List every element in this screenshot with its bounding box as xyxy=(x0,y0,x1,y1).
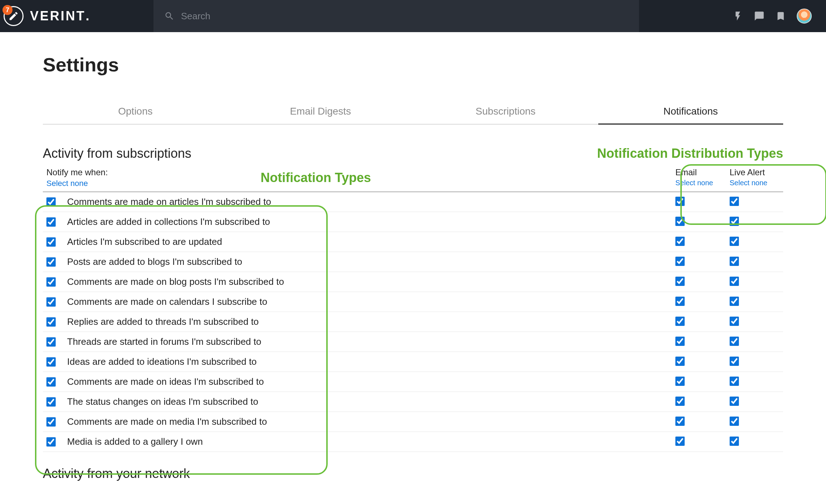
row-enable-checkbox[interactable] xyxy=(46,197,56,207)
section-title: Activity from subscriptions xyxy=(43,146,191,161)
section-title-network: Activity from your network xyxy=(43,466,783,481)
table-row: Posts are added to blogs I'm subscribed … xyxy=(43,252,783,272)
chat-icon[interactable] xyxy=(754,11,765,21)
row-email-checkbox[interactable] xyxy=(675,257,685,266)
row-enable-checkbox[interactable] xyxy=(46,317,56,327)
row-label: Posts are added to blogs I'm subscribed … xyxy=(67,256,675,267)
column-email: Email Select none xyxy=(675,167,725,188)
row-livealert-checkbox[interactable] xyxy=(730,357,739,366)
row-email-checkbox[interactable] xyxy=(675,297,685,306)
table-row: Comments are made on ideas I'm subscribe… xyxy=(43,372,783,392)
column-live-alert-header: Live Alert xyxy=(730,167,780,177)
search-icon xyxy=(164,11,175,21)
row-email-checkbox[interactable] xyxy=(675,337,685,346)
notification-rows: Comments are made on articles I'm subscr… xyxy=(43,192,783,452)
select-none-main[interactable]: Select none xyxy=(43,179,88,188)
row-livealert-checkbox[interactable] xyxy=(730,237,739,246)
row-email-checkbox[interactable] xyxy=(675,357,685,366)
table-row: Media is added to a gallery I own xyxy=(43,432,783,452)
row-livealert-checkbox[interactable] xyxy=(730,377,739,386)
lightning-icon[interactable] xyxy=(732,11,743,21)
table-row: Replies are added to threads I'm subscri… xyxy=(43,312,783,332)
annotation-distribution-types: Notification Distribution Types xyxy=(597,146,783,161)
row-livealert-checkbox[interactable] xyxy=(730,397,739,406)
annotation-notification-types: Notification Types xyxy=(261,170,371,185)
row-label: Comments are made on calendars I subscri… xyxy=(67,296,675,307)
bookmark-icon[interactable] xyxy=(775,11,786,21)
app-header: 7 VERINT. xyxy=(0,0,826,32)
table-row: The status changes on ideas I'm subscrib… xyxy=(43,392,783,412)
table-row: Articles I'm subscribed to are updated xyxy=(43,232,783,252)
row-email-checkbox[interactable] xyxy=(675,397,685,406)
avatar[interactable] xyxy=(797,9,812,24)
logo-area: 7 VERINT. xyxy=(4,6,153,26)
search-input[interactable] xyxy=(181,11,628,22)
row-livealert-checkbox[interactable] xyxy=(730,417,739,426)
tab-notifications[interactable]: Notifications xyxy=(598,101,784,125)
table-row: Comments are made on blog posts I'm subs… xyxy=(43,272,783,292)
row-enable-checkbox[interactable] xyxy=(46,277,56,287)
table-row: Ideas are added to ideations I'm subscri… xyxy=(43,352,783,372)
row-livealert-checkbox[interactable] xyxy=(730,217,739,226)
table-row: Comments are made on media I'm subscribe… xyxy=(43,412,783,432)
column-email-header: Email xyxy=(675,167,725,177)
row-email-checkbox[interactable] xyxy=(675,277,685,286)
row-label: Comments are made on articles I'm subscr… xyxy=(67,196,675,207)
row-enable-checkbox[interactable] xyxy=(46,297,56,307)
table-row: Articles are added in collections I'm su… xyxy=(43,212,783,232)
row-label: Comments are made on ideas I'm subscribe… xyxy=(67,376,675,387)
row-enable-checkbox[interactable] xyxy=(46,257,56,267)
row-enable-checkbox[interactable] xyxy=(46,237,56,247)
row-enable-checkbox[interactable] xyxy=(46,337,56,347)
row-label: Ideas are added to ideations I'm subscri… xyxy=(67,356,675,367)
tab-options[interactable]: Options xyxy=(43,101,228,124)
row-livealert-checkbox[interactable] xyxy=(730,337,739,346)
tab-email-digests[interactable]: Email Digests xyxy=(228,101,413,124)
row-livealert-checkbox[interactable] xyxy=(730,257,739,266)
header-actions xyxy=(732,9,819,24)
row-email-checkbox[interactable] xyxy=(675,317,685,326)
search-bar[interactable] xyxy=(153,0,639,32)
table-row: Comments are made on articles I'm subscr… xyxy=(43,192,783,212)
row-enable-checkbox[interactable] xyxy=(46,397,56,407)
row-label: Articles are added in collections I'm su… xyxy=(67,216,675,227)
row-livealert-checkbox[interactable] xyxy=(730,317,739,326)
row-label: Replies are added to threads I'm subscri… xyxy=(67,316,675,327)
row-label: Comments are made on media I'm subscribe… xyxy=(67,416,675,427)
table-row: Comments are made on calendars I subscri… xyxy=(43,292,783,312)
row-label: The status changes on ideas I'm subscrib… xyxy=(67,396,675,407)
row-livealert-checkbox[interactable] xyxy=(730,437,739,446)
page-title: Settings xyxy=(43,54,783,76)
row-enable-checkbox[interactable] xyxy=(46,217,56,227)
row-enable-checkbox[interactable] xyxy=(46,437,56,447)
row-label: Media is added to a gallery I own xyxy=(67,436,675,447)
row-email-checkbox[interactable] xyxy=(675,217,685,226)
page-content: Settings Options Email Digests Subscript… xyxy=(0,32,826,503)
column-live-alert: Live Alert Select none xyxy=(730,167,780,188)
row-enable-checkbox[interactable] xyxy=(46,377,56,387)
select-none-live-alert[interactable]: Select none xyxy=(730,179,780,187)
row-enable-checkbox[interactable] xyxy=(46,417,56,427)
table-row: Threads are started in forums I'm subscr… xyxy=(43,332,783,352)
select-none-email[interactable]: Select none xyxy=(675,179,725,187)
tab-subscriptions[interactable]: Subscriptions xyxy=(413,101,598,124)
settings-tabs: Options Email Digests Subscriptions Noti… xyxy=(43,101,783,125)
row-label: Threads are started in forums I'm subscr… xyxy=(67,336,675,347)
row-email-checkbox[interactable] xyxy=(675,377,685,386)
row-email-checkbox[interactable] xyxy=(675,197,685,206)
row-email-checkbox[interactable] xyxy=(675,437,685,446)
notify-me-label: Notify me when: xyxy=(43,167,193,177)
row-email-checkbox[interactable] xyxy=(675,237,685,246)
row-enable-checkbox[interactable] xyxy=(46,357,56,367)
row-livealert-checkbox[interactable] xyxy=(730,197,739,206)
compose-button[interactable]: 7 xyxy=(4,6,24,26)
row-label: Comments are made on blog posts I'm subs… xyxy=(67,276,675,287)
row-livealert-checkbox[interactable] xyxy=(730,297,739,306)
brand-logo[interactable]: VERINT. xyxy=(30,9,91,24)
row-email-checkbox[interactable] xyxy=(675,417,685,426)
row-label: Articles I'm subscribed to are updated xyxy=(67,236,675,247)
row-livealert-checkbox[interactable] xyxy=(730,277,739,286)
notification-badge: 7 xyxy=(2,5,12,15)
